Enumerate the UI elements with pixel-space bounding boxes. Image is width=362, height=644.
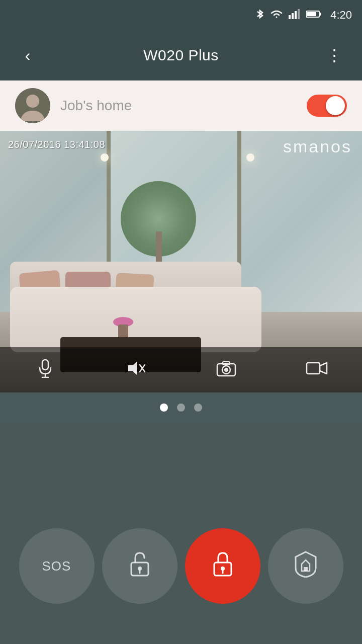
svg-rect-5	[319, 13, 321, 16]
camera-scene: 26/07/2016 13:41:08 smanos	[0, 131, 362, 392]
camera-timestamp: 26/07/2016 13:41:08	[8, 139, 105, 150]
svg-marker-20	[320, 363, 327, 374]
camera-controls-bar	[0, 347, 362, 392]
svg-rect-27	[304, 567, 308, 571]
bottom-area: SOS	[0, 423, 362, 644]
brand-watermark: smanos	[283, 137, 352, 156]
status-bar: 4:20	[0, 0, 362, 30]
control-buttons: SOS	[0, 528, 362, 604]
home-toggle[interactable]	[307, 95, 347, 117]
svg-point-8	[26, 95, 39, 108]
ceiling-light-1	[101, 153, 109, 162]
back-button[interactable]: ‹	[15, 46, 40, 65]
dot-1	[160, 404, 168, 412]
menu-button[interactable]: ⋮	[322, 46, 347, 65]
svg-rect-0	[289, 15, 291, 19]
status-icons: 4:20	[255, 9, 352, 22]
svg-rect-2	[295, 11, 297, 19]
microphone-button[interactable]	[30, 359, 60, 381]
svg-rect-6	[307, 12, 316, 16]
lock-button[interactable]	[185, 528, 260, 604]
battery-icon	[306, 10, 321, 21]
toggle-thumb	[326, 96, 345, 115]
snapshot-button[interactable]	[211, 360, 241, 380]
svg-rect-3	[298, 9, 300, 19]
status-time: 4:20	[330, 9, 352, 22]
svg-point-17	[224, 368, 228, 372]
home-label: Job's home	[60, 98, 132, 114]
ceiling-light-2	[246, 153, 254, 162]
toggle-track	[307, 95, 347, 117]
speaker-mute-button[interactable]	[121, 360, 151, 380]
svg-rect-1	[292, 13, 294, 19]
dot-3	[194, 404, 202, 412]
home-shield-button[interactable]	[268, 528, 343, 604]
video-button[interactable]	[302, 361, 332, 379]
lock-icon	[210, 550, 235, 582]
svg-marker-12	[128, 362, 137, 375]
sos-button[interactable]: SOS	[19, 528, 95, 604]
unlock-icon	[127, 550, 152, 582]
sos-label: SOS	[42, 558, 71, 574]
header-row: Job's home	[0, 80, 362, 131]
unlock-button[interactable]	[102, 528, 177, 604]
pagination-dots	[0, 392, 362, 423]
nav-bar: ‹ W020 Plus ⋮	[0, 30, 362, 80]
bluetooth-icon	[255, 9, 265, 22]
page-title: W020 Plus	[143, 47, 219, 64]
home-shield-icon	[293, 550, 319, 582]
camera-feed: 26/07/2016 13:41:08 smanos	[0, 131, 362, 392]
signal-icon	[288, 9, 301, 22]
wifi-icon	[270, 9, 283, 22]
avatar	[15, 88, 50, 123]
window-right	[241, 131, 362, 312]
header-left: Job's home	[15, 88, 132, 123]
dot-2	[177, 404, 185, 412]
svg-rect-9	[42, 360, 48, 370]
svg-rect-19	[307, 363, 320, 374]
